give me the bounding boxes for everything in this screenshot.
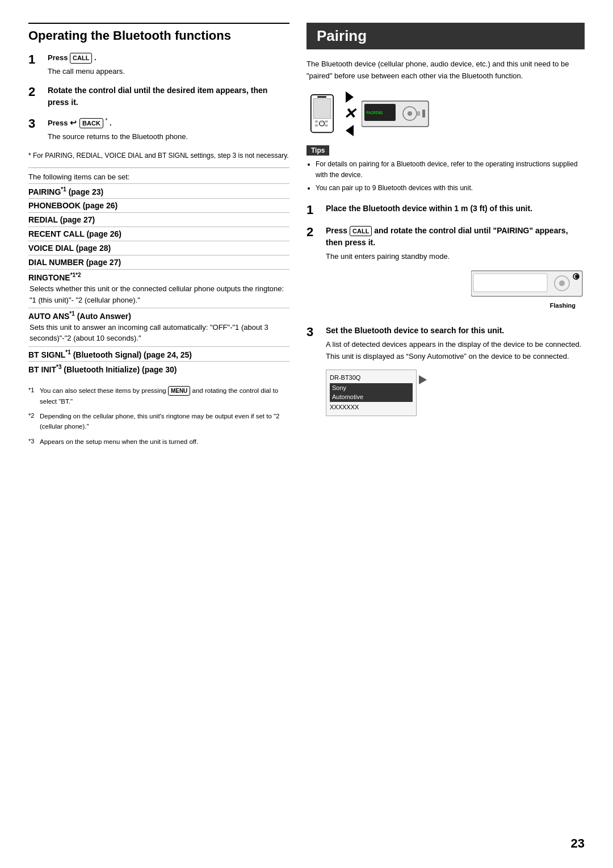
arrow-top [346,91,354,103]
step-3-press-label: Press [48,119,70,127]
footnote-1: *1 You can also select these items by pr… [28,385,289,406]
press-text: Press [326,226,350,235]
voice-dial-label: VOICE DIAL (page 28) [28,244,289,253]
step-2-content: Rotate the control dial until the desire… [48,85,289,111]
recent-call-label: RECENT CALL (page 26) [28,229,289,238]
step-3-period: . [110,119,112,127]
tips-label: Tips [306,145,329,156]
radio-diagram-wrap: ✱ [471,268,585,301]
step-3-number: 3 [28,116,44,131]
pairing-intro: The Bluetooth device (cellular phone, au… [306,58,585,82]
svg-rect-1 [313,99,331,119]
svg-rect-17 [473,274,547,292]
svg-rect-4 [315,120,318,123]
device-list-diagram: DR-BT30Q SonyAutomotive XXXXXXX [326,370,417,416]
redial-label: REDIAL (page 27) [28,215,289,224]
menu-item-recent-call: RECENT CALL (page 26) [28,227,289,241]
footnote-3-text: Appears on the setup menu when the unit … [40,437,198,447]
svg-rect-5 [320,120,323,123]
tips-list: For details on pairing for a Bluetooth d… [306,159,585,194]
bt-signl-label: BT SIGNL*1 (Bluetooth Signal) (page 24, … [28,349,289,359]
ringtone-desc: Selects whether this unit or the connect… [28,283,289,305]
pairing-label: PAIRING*1 (page 23) [28,186,289,196]
step-1-label: Press [48,53,70,62]
menu-item-auto-ans: AUTO ANS*1 (Auto Answer) Sets this unit … [28,308,289,346]
menu-item-voice-dial: VOICE DIAL (page 28) [28,241,289,255]
step-3-footnote-ref: * [105,118,107,124]
footnote-3: *3 Appears on the setup menu when the un… [28,437,289,447]
step-1-period: . [94,53,96,62]
svg-point-19 [559,280,565,286]
radio-flashing-icon: ✱ [471,268,585,299]
step3-footnote: * For PAIRING, REDIAL, VOICE DIAL and BT… [28,150,289,161]
back-kbd: BACK [79,118,103,129]
footnote-2: *2 Depending on the cellular phone, this… [28,411,289,432]
right-step-2-number: 2 [306,225,322,240]
right-column: Pairing The Bluetooth device (cellular p… [306,23,585,451]
svg-rect-13 [417,111,420,116]
device-row-2-selected: SonyAutomotive [330,383,413,402]
footnote-2-num: *2 [28,411,40,421]
step-2-number: 2 [28,85,44,99]
right-step-1-content: Place the Bluetooth device within 1 m (3… [326,203,585,215]
menu-item-bt-init: BT INIT*3 (Bluetooth Initialize) (page 3… [28,361,289,376]
footnote-1-text: You can also select these items by press… [40,385,289,406]
back-arrow-icon: ↩ [70,117,77,129]
device-row-1: DR-BT30Q [330,372,413,383]
svg-rect-6 [325,120,328,123]
phone-icon [306,94,338,133]
radio-unit-icon: PAIRING [362,98,430,129]
right-step-3: 3 Set the Bluetooth device to search for… [306,325,585,422]
arrow-right-icon [346,91,354,103]
menu-item-dial-number: DIAL NUMBER (page 27) [28,255,289,269]
connection-arrows: ✕ [343,91,356,136]
right-step-1-label: Place the Bluetooth device within 1 m (3… [326,203,585,215]
arrow-left-icon [346,125,354,136]
right-step-2-desc: The unit enters pairing standby mode. [326,251,585,263]
right-step-3-label: Set the Bluetooth device to search for t… [326,325,585,337]
right-step-2: 2 Press CALL and rotate the control dial… [306,225,585,318]
arrow-bottom [346,125,354,136]
step-1-number: 1 [28,52,44,67]
svg-text:✱: ✱ [574,274,580,280]
tip-1: For details on pairing for a Bluetooth d… [316,159,585,181]
right-step-2-content: Press CALL and rotate the control dial u… [326,225,585,318]
step-3-desc: The source returns to the Bluetooth phon… [48,131,289,142]
auto-ans-desc: Sets this unit to answer an incoming cal… [28,322,289,344]
step-2: 2 Rotate the control dial until the desi… [28,85,289,111]
step-2-label: Rotate the control dial until the desire… [48,85,289,108]
menu-item-phonebook: PHONEBOOK (page 26) [28,198,289,212]
ringtone-label: RINGTONE*1*2 [28,272,289,282]
footnotes-section: *1 You can also select these items by pr… [28,385,289,447]
bt-init-label: BT INIT*3 (Bluetooth Initialize) (page 3… [28,364,289,374]
right-step-3-content: Set the Bluetooth device to search for t… [326,325,585,422]
pairing-title: Pairing [306,23,585,49]
auto-ans-label: AUTO ANS*1 (Auto Answer) [28,311,289,321]
footnote-3-num: *3 [28,437,40,447]
tip-2: You can pair up to 9 Bluetooth devices w… [316,183,585,194]
step-3: 3 Press ↩ BACK * . The source returns to… [28,116,289,145]
menu-item-ringtone: RINGTONE*1*2 Selects whether this unit o… [28,269,289,308]
svg-rect-8 [325,124,328,127]
left-column: Operating the Bluetooth functions 1 Pres… [28,23,289,451]
menu-kbd: MENU [168,386,190,396]
menu-item-pairing: PAIRING*1 (page 23) [28,183,289,199]
svg-rect-14 [422,110,425,118]
following-items-label: The following items can be set: [28,173,289,181]
tips-box: Tips For details on pairing for a Blueto… [306,145,585,194]
right-step-3-number: 3 [306,325,322,339]
flashing-label: Flashing [550,302,576,309]
call-kbd-1: CALL [70,53,92,64]
footnote-1-num: *1 [28,385,40,396]
right-step-3-desc: A list of detected devices appears in th… [326,339,585,363]
footnote-2-text: Depending on the cellular phone, this un… [40,411,289,432]
device-list-diagram-wrap: DR-BT30Q SonyAutomotive XXXXXXX [326,363,585,423]
right-step-2-label: Press CALL and rotate the control dial u… [326,225,585,249]
divider-following [28,167,289,168]
call-kbd-2: CALL [350,226,372,237]
device-row-3: XXXXXXX [330,402,413,413]
step-1-desc: The call menu appears. [48,66,289,77]
pairing-diagram: ✕ PAIRING [306,91,585,136]
svg-rect-7 [315,124,318,127]
flashing-diagram: ✱ Flashing [326,268,585,309]
